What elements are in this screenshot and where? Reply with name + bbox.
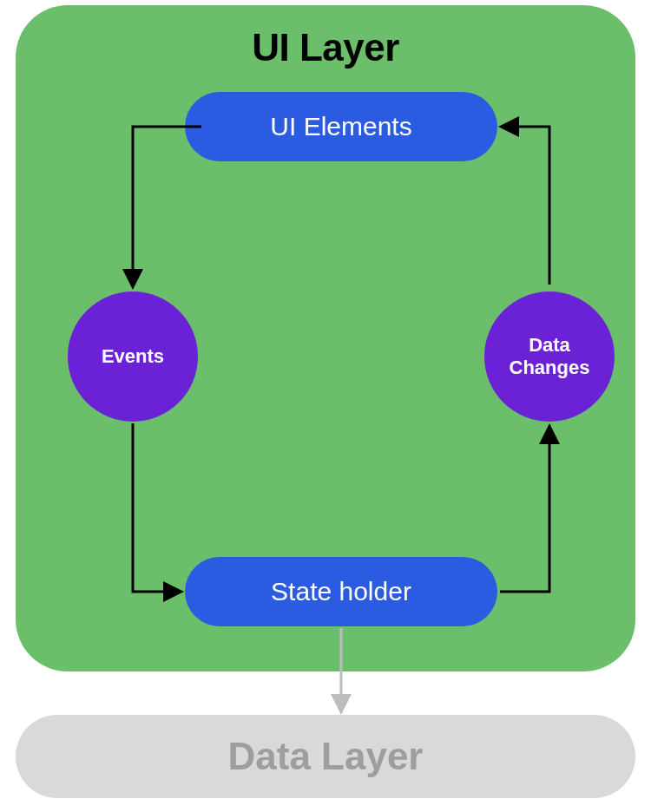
ui-elements-node: UI Elements [185,92,497,161]
data-layer-label: Data Layer [227,735,423,778]
state-holder-node: State holder [185,557,497,626]
data-changes-node: Data Changes [484,291,615,422]
architecture-diagram: UI Layer UI Elements Events Data Changes… [0,0,651,812]
events-label: Events [102,345,164,368]
ui-layer-title: UI Layer [16,26,635,69]
data-layer-container: Data Layer [16,715,635,798]
state-holder-label: State holder [271,577,411,606]
ui-layer-container: UI Layer UI Elements Events Data Changes… [16,5,635,671]
ui-elements-label: UI Elements [270,112,411,141]
events-node: Events [68,291,198,422]
data-changes-label: Data Changes [510,334,590,380]
